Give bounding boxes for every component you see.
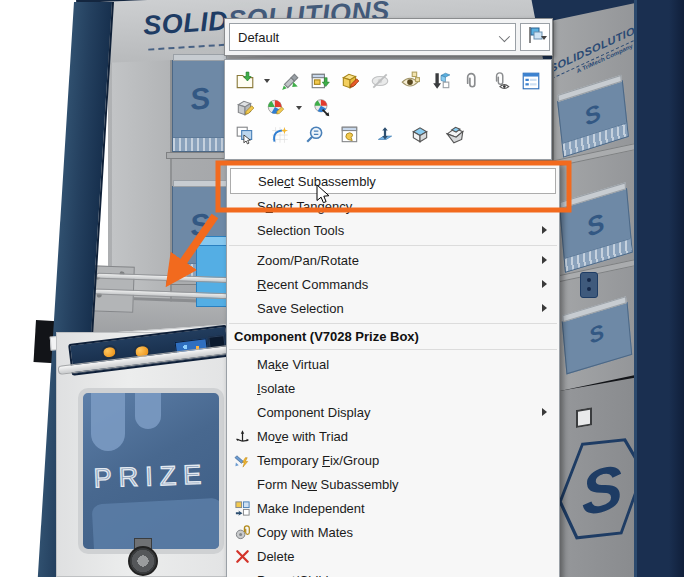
menu-item-label: Delete — [257, 549, 559, 564]
prize-door-window: PRIZE — [78, 388, 224, 554]
menu-separator — [229, 323, 557, 324]
show-hidden-components-icon[interactable] — [399, 69, 422, 93]
menu-item-label: Copy with Mates — [257, 525, 559, 540]
hide-components-icon[interactable] — [369, 69, 392, 93]
submenu-arrow-icon — [542, 256, 547, 264]
menu-item-label: Selection Tools — [257, 223, 542, 238]
glass-reflection — [91, 388, 125, 451]
prize-chute-floor — [92, 498, 224, 554]
copy-with-mates-icon — [227, 524, 257, 541]
make-independent-icon — [227, 500, 257, 517]
menu-item-label: Zoom/Pan/Rotate — [257, 253, 542, 268]
menu-item-label: Form New Subassembly — [257, 477, 559, 492]
menu-item-label: Component Display — [257, 405, 542, 420]
temporary-fix-icon — [227, 452, 257, 469]
menu-item-delete[interactable]: Delete — [227, 544, 559, 568]
chevron-down-icon[interactable] — [499, 31, 510, 42]
submenu-arrow-icon — [542, 280, 547, 288]
set-to-resolved-icon[interactable] — [278, 69, 301, 93]
view-mates-icon[interactable] — [489, 69, 512, 93]
rotated-cube-icon[interactable] — [443, 123, 467, 147]
machine-right-panel: SOLIDSOLUTIONS A TriMech Company S S S — [552, 2, 640, 393]
context-menu: Select SubassemblySelect TangencySelecti… — [226, 162, 560, 577]
appearance-icon[interactable] — [264, 96, 288, 120]
menu-separator — [229, 245, 557, 246]
screenshot-canvas: SOLIDSOLUTIONS A TriMech Company S S — [0, 0, 684, 577]
glass-reflection — [135, 388, 161, 429]
menu-section-header: Component (V7028 Prize Box) — [227, 326, 559, 346]
machine-right-frame — [634, 0, 684, 577]
submenu-arrow-icon — [542, 408, 547, 416]
submenu-arrow-icon — [542, 304, 547, 312]
menu-item-label: Save Selection — [257, 301, 542, 316]
configuration-combobox[interactable]: Default — [229, 23, 516, 51]
display-state-button[interactable] — [520, 23, 550, 51]
context-toolbar — [224, 59, 552, 160]
mouse-cursor-icon — [316, 184, 334, 210]
open-subassembly-icon[interactable] — [233, 69, 256, 93]
menu-item-label: Temporary Fix/Group — [257, 453, 559, 468]
menu-item-component-display[interactable]: Component Display — [227, 400, 559, 424]
display-state-caret-icon[interactable] — [541, 36, 547, 40]
open-subassembly-caret-icon[interactable] — [263, 69, 271, 93]
move-with-triad-icon — [227, 428, 257, 445]
menu-item-label: Move with Triad — [257, 429, 559, 444]
mate-icon[interactable] — [459, 69, 482, 93]
control-button-left — [101, 344, 119, 360]
menu-item-make-virtual[interactable]: Make Virtual — [227, 352, 559, 376]
menu-item-label: Recent Commands — [257, 277, 542, 292]
edit-assembly-icon[interactable] — [338, 69, 361, 93]
menu-item-selection-tools[interactable]: Selection Tools — [227, 218, 559, 242]
shelf-bracket — [166, 152, 232, 159]
submenu-arrow-icon — [542, 226, 547, 234]
menu-item-label: Select Subassembly — [258, 174, 555, 189]
prize-box-shelf-right-2: S — [559, 188, 632, 273]
menu-item-save-selection[interactable]: Save Selection — [227, 296, 559, 320]
svg-text:S: S — [579, 450, 625, 529]
insert-components-icon[interactable] — [308, 69, 331, 93]
magnified-selection-icon[interactable] — [303, 123, 327, 147]
component-properties-icon[interactable] — [520, 69, 543, 93]
change-transparency-icon[interactable] — [429, 69, 452, 93]
menu-item-label: Make Virtual — [257, 357, 559, 372]
prize-door-label: PRIZE — [93, 460, 209, 495]
menu-item-parent-child[interactable]: Parent/Child... — [227, 568, 559, 577]
vent-window — [576, 407, 592, 428]
apply-appearance-icon[interactable] — [310, 96, 334, 120]
menu-item-select-tangency[interactable]: Select Tangency — [227, 194, 559, 218]
prize-box-shelf-right-3: S — [562, 302, 632, 375]
move-component-icon[interactable] — [373, 123, 397, 147]
caster-wheel — [128, 546, 158, 576]
menu-item-temporary-fix-group[interactable]: Temporary Fix/Group — [227, 448, 559, 472]
select-other-icon[interactable] — [233, 123, 257, 147]
menu-item-label: Parent/Child... — [257, 573, 559, 577]
delete-icon — [227, 548, 257, 565]
menu-item-recent-commands[interactable]: Recent Commands — [227, 272, 559, 296]
menu-item-select-subassembly[interactable]: Select Subassembly — [230, 168, 556, 194]
sketch-icon[interactable] — [268, 123, 292, 147]
component-preview-window-icon[interactable] — [338, 123, 362, 147]
menu-item-isolate[interactable]: Isolate — [227, 376, 559, 400]
isometric-cube-icon[interactable] — [408, 123, 432, 147]
menu-item-move-with-triad[interactable]: Move with Triad — [227, 424, 559, 448]
mounting-bracket — [580, 272, 598, 298]
edit-texture-icon[interactable] — [233, 96, 257, 120]
configuration-value: Default — [238, 30, 279, 45]
prize-box-shelf-left-1: S — [172, 60, 228, 152]
menu-item-make-independent[interactable]: Make Independent — [227, 496, 559, 520]
menu-item-label: Isolate — [257, 381, 559, 396]
menu-item-label: Make Independent — [257, 501, 559, 516]
configuration-bar: Default — [224, 18, 553, 56]
menu-item-form-new-subassembly[interactable]: Form New Subassembly — [227, 472, 559, 496]
appearance-caret-icon[interactable] — [295, 96, 303, 120]
menu-item-copy-with-mates[interactable]: Copy with Mates — [227, 520, 559, 544]
menu-separator — [229, 349, 557, 350]
menu-item-label: Select Tangency — [257, 199, 559, 214]
menu-item-zoom-pan-rotate[interactable]: Zoom/Pan/Rotate — [227, 248, 559, 272]
